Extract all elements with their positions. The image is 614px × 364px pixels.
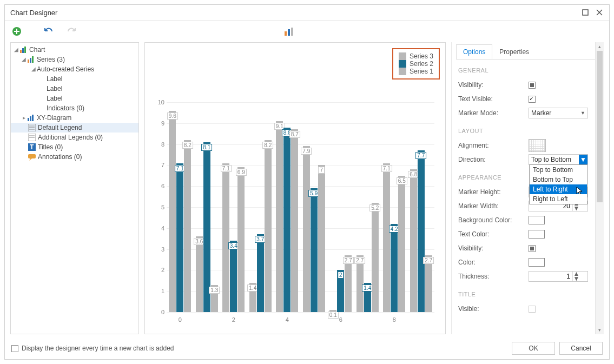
- label-visibility2: Visibility:: [458, 244, 529, 252]
- svg-rect-17: [32, 115, 34, 121]
- bar: [303, 146, 310, 312]
- bar-value-label: 8.2: [182, 142, 193, 149]
- dialog-title: Chart Designer: [10, 9, 576, 17]
- label-bg-color: Background Color:: [458, 216, 529, 224]
- svg-rect-27: [28, 154, 36, 158]
- bar: [291, 129, 298, 312]
- bar: [410, 169, 417, 312]
- scroll-thumb[interactable]: [597, 51, 603, 202]
- svg-rect-10: [22, 48, 24, 53]
- add-button[interactable]: [10, 25, 23, 38]
- tree-node-label[interactable]: Label: [11, 74, 138, 84]
- prop-tabs: Options Properties: [456, 44, 595, 59]
- label-marker-width: Marker Width:: [458, 202, 529, 210]
- bar: [265, 140, 272, 312]
- checkbox-border-visibility[interactable]: [529, 245, 536, 252]
- bar-value-label: 6.5: [397, 177, 407, 184]
- label-text-visible: Text Visible:: [458, 95, 529, 103]
- redo-button[interactable]: [64, 25, 77, 38]
- legend-item: Series 3: [399, 52, 433, 60]
- bar: [372, 203, 379, 312]
- checkbox-visibility[interactable]: [529, 82, 536, 89]
- direction-option-top-to-bottom[interactable]: Top to Bottom: [530, 165, 587, 175]
- bar: [276, 121, 283, 312]
- bar: [230, 241, 237, 312]
- tree-node-titles[interactable]: TTitles (0): [11, 142, 138, 152]
- tree-node-annotations[interactable]: Annotations (0): [11, 152, 138, 162]
- checkbox-text-visible[interactable]: [529, 96, 536, 103]
- label-alignment: Alignment:: [458, 142, 529, 149]
- section-layout: LAYOUT: [456, 120, 595, 138]
- alignment-picker[interactable]: [529, 139, 546, 152]
- bar-value-label: 8.2: [262, 142, 273, 149]
- tree-node-label[interactable]: Label: [11, 94, 138, 103]
- tree-node-default-legend[interactable]: Default Legend: [11, 123, 138, 133]
- ok-button[interactable]: OK: [512, 342, 555, 355]
- select-direction[interactable]: Top to Bottom ▼ Top to Bottom Bottom to …: [529, 154, 588, 165]
- tree-node-series[interactable]: ◢Series (3): [11, 55, 138, 64]
- direction-option-left-to-right[interactable]: Left to Right: [530, 184, 587, 194]
- scroll-up-icon[interactable]: ▴: [596, 42, 604, 51]
- properties-panel: Options Properties GENERAL Visibility: T…: [451, 42, 604, 334]
- tree-node-xy-diagram[interactable]: ▸XY-Diagram: [11, 113, 138, 123]
- bar: [176, 163, 183, 312]
- chevron-down-icon[interactable]: ▼: [579, 155, 587, 164]
- tree-node-auto-series[interactable]: ◢Auto-created Series: [11, 64, 138, 74]
- label-direction: Direction:: [458, 156, 529, 163]
- bar-value-label: 0.1: [328, 312, 339, 319]
- spin-down-icon[interactable]: ▼: [572, 206, 580, 211]
- color-picker-bg[interactable]: [529, 216, 545, 224]
- label-color: Color:: [458, 259, 529, 266]
- tab-properties[interactable]: Properties: [492, 44, 536, 59]
- legend-swatch-icon: [399, 52, 406, 60]
- label-visibility: Visibility:: [458, 81, 529, 89]
- checkbox-show-designer[interactable]: [11, 345, 18, 352]
- structure-tree[interactable]: ◢Chart ◢Series (3) ◢Auto-created Series …: [10, 42, 139, 334]
- vertical-scrollbar[interactable]: ▴ ▾: [595, 42, 604, 334]
- tree-node-chart[interactable]: ◢Chart: [11, 45, 138, 55]
- tree-node-additional-legends[interactable]: Additional Legends (0): [11, 133, 138, 142]
- cancel-button[interactable]: Cancel: [559, 342, 603, 355]
- svg-text:T: T: [30, 143, 34, 151]
- chart-preview: Series 3 Series 2 Series 1 0123456789100…: [144, 42, 446, 334]
- tab-options[interactable]: Options: [456, 44, 492, 59]
- direction-option-right-to-left[interactable]: Right to Left: [530, 194, 587, 204]
- spin-down-icon[interactable]: ▼: [572, 276, 580, 281]
- label-text-color: Text Color:: [458, 230, 529, 238]
- chart-legend[interactable]: Series 3 Series 2 Series 1: [392, 48, 440, 80]
- legend-item: Series 2: [399, 60, 433, 68]
- close-button[interactable]: [595, 8, 604, 17]
- bar-value-label: 7.7: [415, 152, 426, 159]
- spinner-thickness[interactable]: ▲▼: [529, 271, 588, 282]
- bar: [257, 234, 264, 312]
- maximize-button[interactable]: [581, 8, 590, 17]
- chart-designer-dialog: Chart Designer ◢Chart ◢Series (3) ◢Auto-…: [4, 4, 610, 360]
- bar-value-label: 2.7: [354, 257, 365, 264]
- svg-rect-12: [28, 59, 29, 63]
- bar: [318, 165, 325, 312]
- direction-option-bottom-to-top[interactable]: Bottom to Top: [530, 175, 587, 184]
- undo-button[interactable]: [43, 25, 56, 38]
- bar-value-label: 9.6: [167, 112, 178, 120]
- tree-node-label[interactable]: Label: [11, 84, 138, 94]
- checkbox-title-visible[interactable]: [529, 306, 536, 313]
- bar-value-label: 7: [318, 167, 325, 174]
- bar: [196, 236, 203, 312]
- titlebar: Chart Designer: [5, 5, 609, 21]
- label-thickness: Thickness:: [458, 273, 529, 280]
- bar-value-label: 1.3: [209, 287, 220, 294]
- scroll-down-icon[interactable]: ▾: [596, 326, 604, 334]
- svg-rect-13: [30, 58, 31, 63]
- select-marker-mode[interactable]: Marker▼: [529, 108, 588, 118]
- legend-swatch-icon: [399, 60, 406, 68]
- bar-value-label: 2: [338, 272, 344, 279]
- color-picker-border[interactable]: [529, 258, 545, 267]
- chart-type-button[interactable]: [282, 25, 295, 38]
- bar: [418, 150, 425, 312]
- svg-rect-14: [32, 56, 34, 63]
- bar-value-label: 7.9: [301, 148, 312, 155]
- color-picker-text[interactable]: [529, 230, 545, 239]
- direction-dropdown: Top to Bottom Bottom to Top Left to Righ…: [529, 164, 587, 204]
- chart-plot: 012345678910024689.67.18.23.68.11.37.13.…: [167, 102, 434, 312]
- tree-node-indicators[interactable]: Indicators (0): [11, 103, 138, 113]
